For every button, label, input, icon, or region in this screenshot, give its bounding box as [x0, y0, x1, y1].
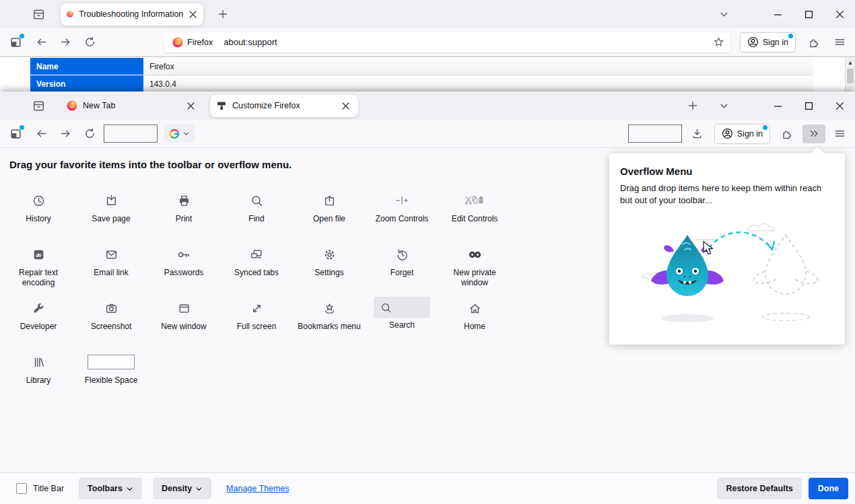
customize-item-print[interactable]: Print [147, 186, 220, 240]
reload-icon[interactable] [79, 124, 100, 144]
tab-new-tab[interactable]: New Tab [61, 95, 203, 117]
zoom-controls-icon [390, 189, 413, 212]
overflow-illustration [623, 216, 831, 329]
maximize-icon[interactable] [793, 94, 824, 117]
firefox-view-icon[interactable] [5, 124, 26, 144]
tab-overview-chevron-icon[interactable] [708, 94, 739, 117]
signin-button[interactable]: Sign in [740, 32, 796, 52]
support-table: Name Firefox Version 143.0.4 [30, 58, 813, 93]
about-support-page: Name Firefox Version 143.0.4 ▲ [0, 57, 855, 92]
close-window-icon[interactable] [824, 3, 855, 26]
customize-item-repair-text-encoding[interactable]: æ Repair text encoding [2, 240, 75, 294]
firefox-icon [67, 9, 73, 20]
forward-icon[interactable] [55, 32, 75, 52]
account-icon [722, 128, 733, 139]
overflow-panel-description: Drag and drop items here to keep them wi… [620, 182, 834, 207]
customize-item-open-file[interactable]: Open file [293, 186, 366, 240]
customize-item-search[interactable]: Search [366, 294, 438, 348]
density-dropdown[interactable]: Density [153, 478, 211, 499]
customize-item-edit-controls[interactable]: Edit Controls [438, 186, 511, 240]
close-window-icon[interactable] [824, 94, 855, 117]
customize-item-synced-tabs[interactable]: Synced tabs [220, 240, 293, 294]
customize-item-forget[interactable]: Forget [366, 240, 438, 294]
chevron-down-icon [195, 485, 203, 493]
row-value: 143.0.4 [143, 75, 813, 93]
forward-icon[interactable] [55, 124, 75, 144]
front-navbar: Sign in [0, 120, 855, 148]
tab-list-icon[interactable] [28, 96, 48, 116]
table-row: Name Firefox [30, 58, 813, 75]
overflow-menu-panel: Overflow Menu Drag and drop items here t… [609, 153, 845, 345]
find-icon [245, 189, 268, 212]
search-engine-chip[interactable] [164, 124, 195, 143]
minimize-icon[interactable] [762, 94, 793, 117]
customize-item-library[interactable]: Library [2, 348, 75, 402]
customize-item-passwords[interactable]: Passwords [147, 240, 220, 294]
save-page-icon [100, 189, 123, 212]
manage-themes-link[interactable]: Manage Themes [226, 484, 289, 493]
back-window-controls [708, 3, 855, 26]
close-tab-icon[interactable] [184, 99, 197, 112]
customize-item-home[interactable]: Home [438, 294, 511, 348]
row-value: Firefox [143, 58, 813, 75]
customize-item-flexible-space[interactable]: Flexible Space [75, 348, 147, 402]
flexible-space-placeholder[interactable] [104, 124, 158, 143]
tab-overview-chevron-icon[interactable] [708, 3, 739, 26]
close-tab-icon[interactable] [339, 99, 352, 112]
done-button[interactable]: Done [809, 478, 848, 499]
new-tab-icon[interactable] [213, 4, 233, 24]
background-window: Troubleshooting Information [0, 0, 855, 92]
downloads-icon[interactable] [687, 124, 708, 144]
extensions-icon[interactable] [804, 32, 824, 52]
customize-item-save-page[interactable]: Save page [75, 186, 147, 240]
scroll-thumb[interactable] [847, 69, 854, 83]
customize-item-screenshot[interactable]: Screenshot [75, 294, 147, 348]
firefox-icon [172, 37, 183, 48]
email-link-icon [100, 243, 123, 266]
overflow-menu-button[interactable] [802, 124, 825, 143]
bookmarks-menu-icon [318, 297, 341, 320]
site-identity-chip[interactable]: Firefox [167, 34, 218, 51]
customize-item-bookmarks-menu[interactable]: Bookmarks menu [293, 294, 366, 348]
extensions-icon[interactable] [777, 124, 797, 144]
tab-customize-firefox[interactable]: Customize Firefox [210, 95, 358, 117]
signin-button[interactable]: Sign in [714, 124, 770, 144]
toolbars-dropdown[interactable]: Toolbars [79, 478, 142, 499]
minimize-icon[interactable] [762, 3, 793, 26]
back-navbar: Firefox about:support Sign in [0, 28, 855, 57]
customize-item-find[interactable]: Find [220, 186, 293, 240]
tab-troubleshooting[interactable]: Troubleshooting Information [61, 3, 203, 26]
print-icon [172, 189, 195, 212]
scroll-up-icon[interactable]: ▲ [846, 57, 855, 66]
address-bar[interactable]: Firefox about:support [164, 32, 730, 52]
title-bar-label: Title Bar [33, 484, 64, 493]
title-bar-checkbox[interactable] [16, 483, 27, 494]
flexible-space-placeholder[interactable] [628, 124, 682, 143]
bookmark-star-icon[interactable] [710, 34, 728, 51]
tab-list-icon[interactable] [28, 4, 48, 24]
search-icon [374, 297, 430, 318]
url-text: about:support [224, 37, 710, 47]
menu-icon[interactable] [829, 124, 850, 144]
reload-icon[interactable] [79, 32, 100, 52]
scrollbar[interactable]: ▲ [845, 57, 855, 92]
customize-item-zoom-controls[interactable]: Zoom Controls [366, 186, 438, 240]
customize-item-email-link[interactable]: Email link [75, 240, 147, 294]
customize-item-new-window[interactable]: New window [147, 294, 220, 348]
overflow-panel-title: Overflow Menu [620, 166, 834, 177]
firefox-view-icon[interactable] [5, 32, 26, 52]
firefox-icon [67, 100, 77, 111]
menu-icon[interactable] [829, 32, 850, 52]
back-icon[interactable] [31, 32, 51, 52]
restore-defaults-button[interactable]: Restore Defaults [717, 478, 801, 499]
customize-item-history[interactable]: History [2, 186, 75, 240]
customize-item-new-private-window[interactable]: New private window [438, 240, 511, 294]
customize-item-developer[interactable]: Developer [2, 294, 75, 348]
customize-heading: Drag your favorite items into the toolba… [9, 159, 292, 170]
new-tab-icon[interactable] [683, 96, 703, 116]
back-icon[interactable] [31, 124, 51, 144]
customize-item-settings[interactable]: Settings [293, 240, 366, 294]
maximize-icon[interactable] [793, 3, 824, 26]
customize-item-full-screen[interactable]: Full screen [220, 294, 293, 348]
close-tab-icon[interactable] [189, 7, 197, 21]
